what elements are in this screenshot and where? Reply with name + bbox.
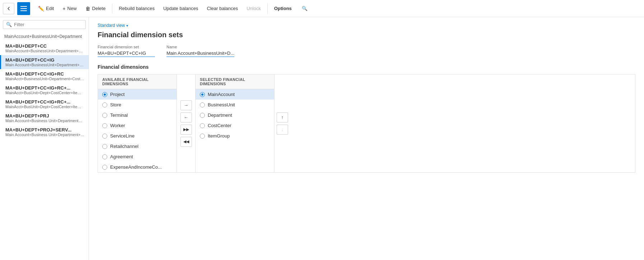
new-button[interactable]: + New (59, 4, 80, 14)
edit-button[interactable]: ✏️ Edit (34, 4, 57, 14)
filter-input[interactable] (14, 22, 83, 27)
selected-item-4[interactable]: ItemGroup (196, 131, 274, 141)
selected-col: SELECTED FINANCIAL DIMENSIONS MainAccoun… (196, 74, 274, 172)
clear-button[interactable]: Clear balances (203, 4, 242, 13)
available-radio-2 (102, 113, 107, 118)
view-selector[interactable]: Standard view ▾ (98, 23, 635, 28)
transfer-col: → ← ▶▶ ◀◀ (177, 74, 196, 172)
update-button[interactable]: Update balances (160, 4, 202, 13)
available-radio-6 (102, 154, 107, 159)
move-up-button[interactable]: ↑ (277, 112, 288, 122)
available-item-5[interactable]: Retailchannel (98, 141, 177, 151)
arrow-left-icon: ← (184, 115, 188, 120)
update-label: Update balances (163, 6, 198, 11)
sidebar-item-4[interactable]: MA+BU+DEPT+CC+IG+RC+... MainAcct+BusUnit… (0, 97, 89, 111)
new-label: New (67, 6, 77, 11)
main-content: Standard view ▾ Financial dimension sets… (89, 17, 644, 260)
double-arrow-right-icon: ▶▶ (183, 127, 189, 132)
available-header: AVAILABLE FINANCIAL DIMENSIONS (98, 74, 177, 89)
available-item-4[interactable]: ServiceLine (98, 131, 177, 141)
available-radio-4 (102, 134, 107, 139)
available-item-0[interactable]: Project (98, 89, 177, 100)
available-col: AVAILABLE FINANCIAL DIMENSIONS Project S… (98, 74, 177, 172)
selected-radio-4 (200, 134, 205, 139)
available-item-2[interactable]: Terminal (98, 110, 177, 120)
transfer-left-button[interactable]: ← (180, 112, 192, 122)
edit-label: Edit (46, 6, 54, 11)
selected-item-2[interactable]: Department (196, 110, 274, 120)
search-toolbar-button[interactable]: 🔍 (298, 4, 311, 13)
delete-button[interactable]: 🗑 Delete (82, 4, 109, 14)
options-label: Options (274, 6, 292, 11)
sidebar-plain-item: MainAccount+BusinessUnit+Department (0, 32, 89, 41)
selected-item-0[interactable]: MainAccount (196, 89, 274, 100)
toolbar: ✏️ Edit + New 🗑 Delete Rebuild balances … (0, 0, 644, 17)
available-item-7[interactable]: ExpenseAndIncomeCo... (98, 162, 177, 172)
transfer-all-right-button[interactable]: ▶▶ (180, 125, 192, 135)
move-col: ↑ ↓ (274, 74, 290, 172)
arrow-right-icon: → (184, 102, 188, 108)
options-button[interactable]: Options (271, 4, 295, 13)
form-row: Financial dimension set MA+BU+DEPT+CC+IG… (98, 45, 635, 57)
sidebar-item-0[interactable]: MA+BU+DEPT+CC MainAccount+BusinessUnit+D… (0, 41, 89, 55)
delete-icon: 🗑 (85, 6, 90, 11)
sidebar-item-5[interactable]: MA+BU+DEPT+PRJ Main Account+Business Uni… (0, 111, 89, 125)
sidebar-item-6[interactable]: MA+BU+DEPT+PROJ+SERV... Main Account+Bus… (0, 125, 89, 139)
arrow-up-icon: ↑ (281, 115, 284, 120)
available-radio-7 (102, 165, 107, 170)
divider-1 (112, 4, 112, 14)
selected-radio-0 (200, 92, 205, 97)
sidebar-item-1[interactable]: MA+BU+DEPT+CC+IG Main Account+BusinessUn… (0, 55, 89, 69)
search-box[interactable]: 🔍 (3, 20, 86, 29)
dim-set-label: Financial dimension set (98, 45, 155, 49)
available-item-6[interactable]: Agreement (98, 151, 177, 162)
transfer-right-button[interactable]: → (180, 100, 192, 110)
selected-list: MainAccount BusinessUnit Department Cost… (196, 89, 274, 172)
edit-icon: ✏️ (38, 6, 44, 11)
divider-2 (267, 4, 268, 14)
clear-label: Clear balances (207, 6, 238, 11)
dim-set-value[interactable]: MA+BU+DEPT+CC+IG (98, 50, 155, 57)
unlock-label: Unlock (246, 6, 261, 11)
available-item-3[interactable]: Worker (98, 120, 177, 131)
layout: 🔍 MainAccount+BusinessUnit+Department MA… (0, 17, 644, 260)
arrow-down-icon: ↓ (281, 127, 284, 132)
selected-header: SELECTED FINANCIAL DIMENSIONS (196, 74, 274, 89)
name-value[interactable]: Main Account+BusinessUnit+D... (166, 50, 234, 57)
selected-item-1[interactable]: BusinessUnit (196, 100, 274, 110)
available-item-1[interactable]: Store (98, 100, 177, 110)
selected-radio-2 (200, 113, 205, 118)
view-label: Standard view (98, 23, 125, 28)
new-icon: + (62, 6, 65, 11)
dimensions-panel: AVAILABLE FINANCIAL DIMENSIONS Project S… (98, 74, 635, 173)
sidebar-item-2[interactable]: MA+BU+DEPT+CC+IG+RC MainAcct+BusinessUni… (0, 69, 89, 83)
delete-label: Delete (92, 6, 106, 11)
available-radio-0 (102, 92, 107, 97)
dim-set-field: Financial dimension set MA+BU+DEPT+CC+IG (98, 45, 155, 57)
search-icon: 🔍 (6, 22, 12, 27)
search-toolbar-icon: 🔍 (302, 6, 307, 11)
move-down-button[interactable]: ↓ (277, 125, 288, 135)
sidebar: 🔍 MainAccount+BusinessUnit+Department MA… (0, 17, 89, 260)
page-title: Financial dimension sets (98, 31, 635, 39)
rebuild-button[interactable]: Rebuild balances (115, 4, 158, 13)
section-title: Financial dimensions (98, 64, 635, 70)
available-radio-5 (102, 144, 107, 149)
selected-item-3[interactable]: CostCenter (196, 120, 274, 131)
selected-radio-1 (200, 102, 205, 107)
sidebar-list: MainAccount+BusinessUnit+Department MA+B… (0, 32, 89, 260)
name-label: Name (166, 45, 234, 49)
selected-radio-3 (200, 123, 205, 128)
back-button[interactable] (3, 3, 14, 14)
menu-button[interactable] (17, 2, 30, 15)
transfer-all-left-button[interactable]: ◀◀ (180, 137, 192, 147)
hamburger-icon (20, 6, 27, 11)
sidebar-item-3[interactable]: MA+BU+DEPT+CC+IG+RC+... MainAcct+BusUnit… (0, 83, 89, 97)
available-radio-1 (102, 102, 107, 107)
rebuild-label: Rebuild balances (119, 6, 155, 11)
available-radio-3 (102, 123, 107, 128)
chevron-down-icon: ▾ (126, 24, 128, 28)
unlock-button[interactable]: Unlock (243, 4, 264, 13)
name-field: Name Main Account+BusinessUnit+D... (166, 45, 234, 57)
available-list: Project Store Terminal Worker (98, 89, 177, 172)
